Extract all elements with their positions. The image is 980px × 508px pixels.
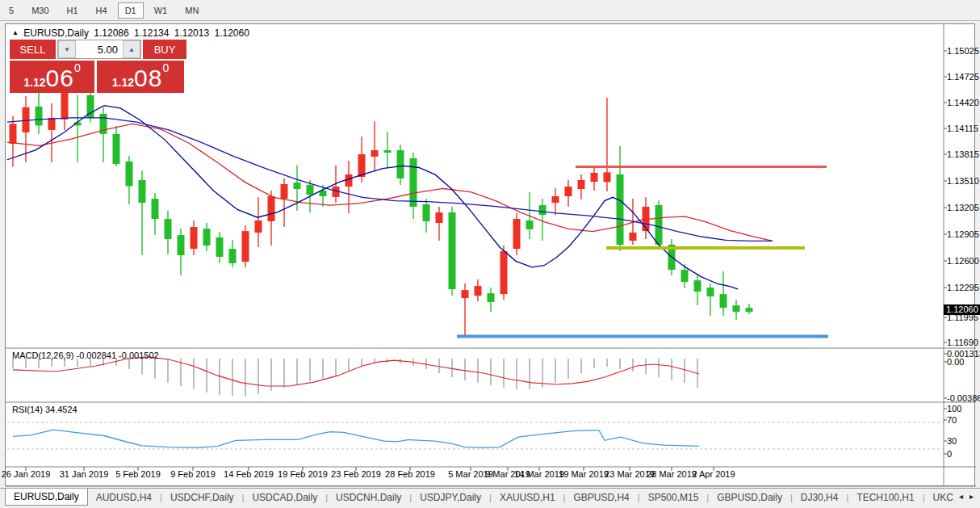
volume-box: ▼ 5.00 ▲: [57, 40, 141, 59]
date-axis-label: 28 Mar 2019: [647, 469, 697, 479]
price-axis-label: 1.13510: [947, 176, 979, 186]
volume-decrease-button[interactable]: ▼: [58, 40, 76, 58]
bid-price-small: 1.12: [23, 74, 45, 90]
bid-price-panel[interactable]: 1.12 06 0: [10, 61, 97, 93]
ask-price-small: 1.12: [112, 74, 134, 90]
chart-tab-usdjpy-daily[interactable]: USDJPY,Daily: [412, 489, 489, 506]
chart-canvas[interactable]: [6, 24, 976, 490]
ohlc-low: 1.12013: [174, 27, 209, 39]
timeframe-m5[interactable]: 5: [2, 2, 21, 19]
price-axis-label: 1.12295: [947, 283, 979, 292]
rsi-axis-label: 70: [947, 415, 957, 425]
chart-tab-tech100-h1[interactable]: TECH100,H1: [848, 489, 922, 506]
macd-axis-label: 0.00: [947, 357, 964, 367]
price-axis-label: 1.12600: [947, 256, 979, 266]
rsi-axis-label: 30: [947, 436, 957, 446]
date-axis-label: 19 Feb 2019: [278, 469, 328, 479]
volume-increase-button[interactable]: ▲: [123, 40, 140, 58]
price-axis-label: 1.13205: [947, 203, 979, 212]
date-axis-label: 14 Feb 2019: [224, 469, 274, 479]
price-axis-label: 1.13815: [947, 149, 979, 159]
rsi-axis-label: 0: [947, 449, 952, 459]
chart-symbol-label: EURUSD,Daily: [23, 27, 89, 39]
tab-scroll-right-icon[interactable]: ▸: [970, 492, 974, 501]
date-axis-label: 28 Feb 2019: [385, 469, 435, 479]
date-axis-label: 2 Apr 2019: [692, 469, 735, 479]
chart-tab-audusd-h4[interactable]: AUDUSD,H4: [88, 489, 160, 506]
date-axis-label: 19 Mar 2019: [559, 469, 609, 479]
tab-scroll-left-icon[interactable]: ◂: [959, 492, 963, 501]
timeframe-h4[interactable]: H4: [89, 2, 115, 19]
bid-price-sup: 0: [74, 62, 81, 73]
buy-button[interactable]: BUY: [141, 40, 186, 59]
timeframe-h1[interactable]: H1: [60, 2, 86, 19]
date-axis-label: 31 Jan 2019: [60, 469, 109, 479]
chart-tab-usdcad-daily[interactable]: USDCAD,Daily: [244, 489, 325, 506]
chart-tab-usdcnh-daily[interactable]: USDCNH,Daily: [328, 489, 409, 506]
chart-symbol-icon: ▲: [12, 29, 19, 36]
macd-axis-label: -0.003862: [947, 393, 980, 403]
one-click-trade-panel: SELL ▼ 5.00 ▲ BUY 1.12 06 0 1.12 08 0: [10, 40, 186, 93]
date-axis-label: 14 Mar 2019: [514, 469, 564, 479]
volume-input[interactable]: 5.00: [76, 40, 123, 58]
timeframe-m30[interactable]: M30: [24, 2, 56, 19]
price-axis-label: 1.15025: [947, 46, 979, 56]
rsi-axis-label: 100: [947, 404, 961, 414]
chart-tab-usdchf-daily[interactable]: USDCHF,Daily: [162, 489, 242, 506]
ohlc-open: 1.12086: [94, 27, 128, 39]
timeframe-mn[interactable]: MN: [178, 2, 206, 19]
date-axis-label: 5 Feb 2019: [115, 469, 161, 479]
timeframe-d1[interactable]: D1: [118, 2, 144, 19]
chart-tab-gbpusd-daily[interactable]: GBPUSD,Daily: [709, 489, 790, 506]
tab-scroll-arrows: ◂ ▸: [956, 490, 977, 502]
sell-button[interactable]: SELL: [10, 40, 57, 59]
chart-tab-xauusd-h1[interactable]: XAUUSD,H1: [492, 489, 563, 506]
terminal-window: 5 M30 H1 H4 D1 W1 MN ▲ EURUSD,Daily 1.12…: [0, 0, 980, 508]
date-axis-label: 26 Jan 2019: [2, 469, 51, 479]
timeframe-w1[interactable]: W1: [147, 2, 175, 19]
macd-indicator-label: MACD(12,26,9) -0.002841 -0.001502: [12, 351, 159, 360]
chart-tab-sp500-m15[interactable]: SP500,M15: [640, 489, 707, 506]
ask-price-panel[interactable]: 1.12 08 0: [97, 61, 184, 93]
rsi-indicator-label: RSI(14) 34.4524: [12, 405, 77, 414]
price-axis-label: 1.11690: [947, 338, 978, 347]
chart-tab-gbpusd-h4[interactable]: GBPUSD,H4: [565, 489, 637, 506]
ask-price-big: 08: [134, 66, 162, 90]
timeframe-toolbar: 5 M30 H1 H4 D1 W1 MN: [0, 0, 980, 21]
chart-title: ▲ EURUSD,Daily 1.12086 1.12134 1.12013 1…: [12, 27, 252, 39]
chart-tab-eurusd-daily[interactable]: EURUSD,Daily: [5, 489, 88, 506]
chart-tab-dj30-h4[interactable]: DJ30,H4: [793, 489, 847, 506]
price-axis-label: 1.14725: [947, 72, 979, 82]
bid-price-big: 06: [46, 66, 74, 90]
ask-price-sup: 0: [162, 62, 169, 73]
price-axis-label: 1.14420: [947, 98, 979, 107]
ohlc-close: 1.12060: [215, 27, 249, 39]
price-axis-label: 1.12905: [947, 229, 979, 239]
date-axis-label: 9 Feb 2019: [170, 469, 216, 479]
chart-tab-bar: EURUSD,DailyAUDUSD,H4|USDCHF,Daily|USDCA…: [0, 488, 980, 506]
ohlc-high: 1.12134: [134, 27, 169, 39]
chart-window[interactable]: ▲ EURUSD,Daily 1.12086 1.12134 1.12013 1…: [5, 23, 975, 486]
current-price-badge: 1.12060: [944, 304, 980, 315]
date-axis-label: 23 Feb 2019: [331, 469, 381, 479]
price-axis-label: 1.14115: [947, 124, 978, 133]
